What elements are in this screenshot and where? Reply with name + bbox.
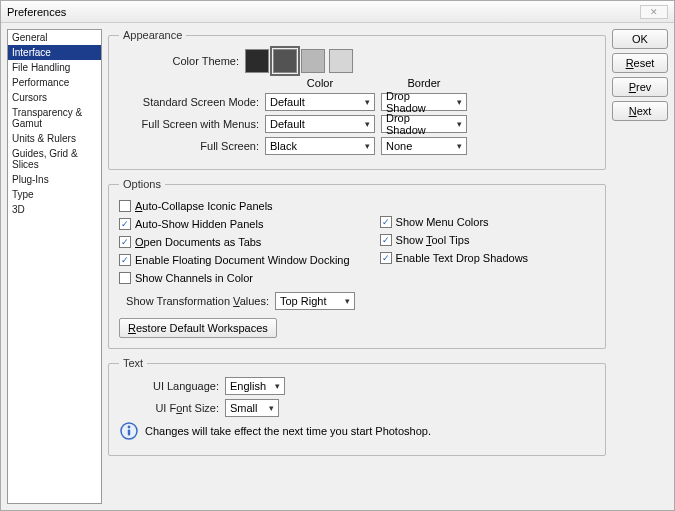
- close-button[interactable]: ✕: [640, 5, 668, 19]
- options-group: Options Auto-Collapse Iconic PanelsAuto-…: [108, 178, 606, 349]
- color-theme-swatch-1[interactable]: [273, 49, 297, 73]
- screen-mode-label-2: Full Screen:: [119, 140, 259, 152]
- text-legend: Text: [119, 357, 147, 369]
- checkbox-left-3[interactable]: [119, 254, 131, 266]
- ok-button[interactable]: OK: [612, 29, 668, 49]
- transform-values-select[interactable]: Top Right: [275, 292, 355, 310]
- window-title: Preferences: [7, 6, 66, 18]
- sidebar-item-file-handling[interactable]: File Handling: [8, 60, 101, 75]
- sidebar-item-guides-grid-slices[interactable]: Guides, Grid & Slices: [8, 146, 101, 172]
- screen-mode-border-select-0[interactable]: Drop Shadow: [381, 93, 467, 111]
- sidebar-item-plug-ins[interactable]: Plug-Ins: [8, 172, 101, 187]
- sidebar-item-3d[interactable]: 3D: [8, 202, 101, 217]
- checkbox-label-left-0: Auto-Collapse Iconic Panels: [135, 200, 273, 212]
- screen-mode-border-select-2[interactable]: None: [381, 137, 467, 155]
- ui-font-size-label: UI Font Size:: [119, 402, 219, 414]
- checkbox-left-2[interactable]: [119, 236, 131, 248]
- checkbox-right-2[interactable]: [380, 252, 392, 264]
- sidebar-item-performance[interactable]: Performance: [8, 75, 101, 90]
- ui-language-select[interactable]: English: [225, 377, 285, 395]
- transform-values-label: Show Transformation Values:: [119, 295, 269, 307]
- ui-language-label: UI Language:: [119, 380, 219, 392]
- sidebar-item-interface[interactable]: Interface: [8, 45, 101, 60]
- reset-button[interactable]: Reset: [612, 53, 668, 73]
- checkbox-right-0[interactable]: [380, 216, 392, 228]
- color-theme-swatch-3[interactable]: [329, 49, 353, 73]
- screen-mode-color-select-2[interactable]: Black: [265, 137, 375, 155]
- next-button[interactable]: Next: [612, 101, 668, 121]
- checkbox-label-left-1: Auto-Show Hidden Panels: [135, 218, 263, 230]
- titlebar: Preferences ✕: [1, 1, 674, 23]
- appearance-legend: Appearance: [119, 29, 186, 41]
- prev-button[interactable]: Prev: [612, 77, 668, 97]
- screen-mode-color-select-1[interactable]: Default: [265, 115, 375, 133]
- info-icon: [119, 421, 139, 441]
- color-theme-swatch-2[interactable]: [301, 49, 325, 73]
- options-legend: Options: [119, 178, 165, 190]
- sidebar-item-units-rulers[interactable]: Units & Rulers: [8, 131, 101, 146]
- sidebar-item-type[interactable]: Type: [8, 187, 101, 202]
- checkbox-label-right-0: Show Menu Colors: [396, 216, 489, 228]
- color-theme-swatch-0[interactable]: [245, 49, 269, 73]
- border-header: Border: [381, 77, 467, 89]
- sidebar-item-transparency-gamut[interactable]: Transparency & Gamut: [8, 105, 101, 131]
- preferences-dialog: Preferences ✕ GeneralInterfaceFile Handl…: [0, 0, 675, 511]
- checkbox-left-1[interactable]: [119, 218, 131, 230]
- color-header: Color: [265, 77, 375, 89]
- checkbox-label-left-4: Show Channels in Color: [135, 272, 253, 284]
- restore-workspaces-button[interactable]: Restore Default Workspaces: [119, 318, 277, 338]
- checkbox-label-right-1: Show Tool Tips: [396, 234, 470, 246]
- ui-font-size-select[interactable]: Small: [225, 399, 279, 417]
- category-sidebar: GeneralInterfaceFile HandlingPerformance…: [7, 29, 102, 504]
- checkbox-label-left-2: Open Documents as Tabs: [135, 236, 261, 248]
- sidebar-item-general[interactable]: General: [8, 30, 101, 45]
- text-group: Text UI Language: English UI Font Size: …: [108, 357, 606, 456]
- checkbox-label-left-3: Enable Floating Document Window Docking: [135, 254, 350, 266]
- svg-rect-2: [128, 430, 130, 436]
- color-theme-label: Color Theme:: [119, 55, 239, 67]
- screen-mode-color-select-0[interactable]: Default: [265, 93, 375, 111]
- checkbox-left-4[interactable]: [119, 272, 131, 284]
- sidebar-item-cursors[interactable]: Cursors: [8, 90, 101, 105]
- svg-point-1: [128, 426, 131, 429]
- checkbox-label-right-2: Enable Text Drop Shadows: [396, 252, 529, 264]
- checkbox-right-1[interactable]: [380, 234, 392, 246]
- screen-mode-border-select-1[interactable]: Drop Shadow: [381, 115, 467, 133]
- dialog-buttons: OK Reset Prev Next: [612, 29, 668, 504]
- restart-note: Changes will take effect the next time y…: [145, 425, 431, 437]
- appearance-group: Appearance Color Theme: Color Border Sta…: [108, 29, 606, 170]
- screen-mode-label-1: Full Screen with Menus:: [119, 118, 259, 130]
- checkbox-left-0[interactable]: [119, 200, 131, 212]
- color-theme-swatches: [245, 49, 353, 73]
- screen-mode-label-0: Standard Screen Mode:: [119, 96, 259, 108]
